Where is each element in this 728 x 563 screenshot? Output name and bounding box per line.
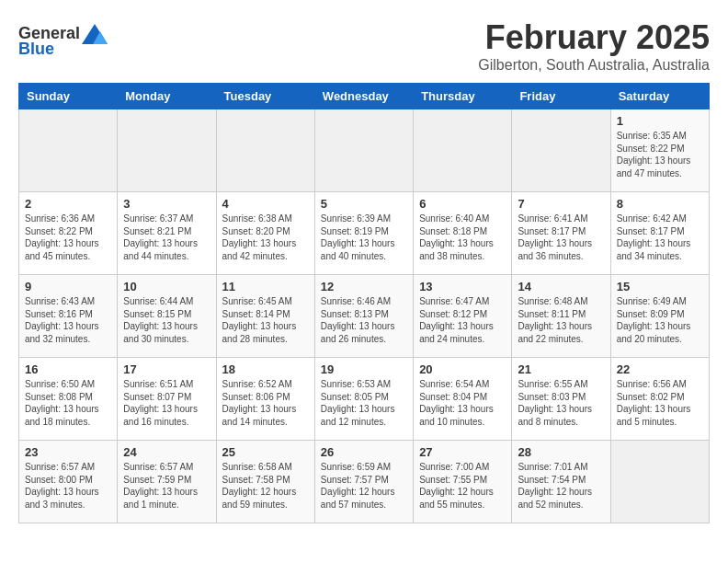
calendar-cell: 2Sunrise: 6:36 AM Sunset: 8:22 PM Daylig…	[19, 192, 118, 275]
calendar-cell: 8Sunrise: 6:42 AM Sunset: 8:17 PM Daylig…	[610, 192, 709, 275]
calendar-table: SundayMondayTuesdayWednesdayThursdayFrid…	[18, 83, 710, 523]
day-number: 10	[123, 280, 210, 293]
day-number: 23	[25, 445, 111, 459]
day-number: 24	[123, 445, 210, 459]
day-number: 20	[419, 362, 506, 376]
day-info: Sunrise: 6:46 AM Sunset: 8:13 PM Dayligh…	[321, 295, 407, 345]
weekday-header-sunday: Sunday	[19, 84, 118, 109]
calendar-cell: 23Sunrise: 6:57 AM Sunset: 8:00 PM Dayli…	[19, 441, 118, 523]
day-number: 21	[518, 362, 604, 376]
calendar-cell: 21Sunrise: 6:55 AM Sunset: 8:03 PM Dayli…	[512, 358, 610, 441]
calendar-cell: 16Sunrise: 6:50 AM Sunset: 8:08 PM Dayli…	[19, 358, 118, 441]
day-number: 4	[222, 197, 309, 211]
calendar-subtitle: Gilberton, South Australia, Australia	[478, 57, 710, 74]
calendar-cell: 17Sunrise: 6:51 AM Sunset: 8:07 PM Dayli…	[118, 358, 216, 441]
calendar-cell: 6Sunrise: 6:40 AM Sunset: 8:18 PM Daylig…	[414, 192, 512, 275]
calendar-cell: 20Sunrise: 6:54 AM Sunset: 8:04 PM Dayli…	[414, 358, 512, 441]
day-info: Sunrise: 6:52 AM Sunset: 8:06 PM Dayligh…	[222, 378, 309, 428]
day-info: Sunrise: 6:44 AM Sunset: 8:15 PM Dayligh…	[123, 295, 210, 345]
calendar-cell: 14Sunrise: 6:48 AM Sunset: 8:11 PM Dayli…	[512, 275, 610, 358]
week-row-2: 2Sunrise: 6:36 AM Sunset: 8:22 PM Daylig…	[19, 192, 710, 275]
day-number: 7	[518, 197, 604, 211]
day-info: Sunrise: 6:37 AM Sunset: 8:21 PM Dayligh…	[123, 213, 210, 262]
week-row-1: 1Sunrise: 6:35 AM Sunset: 8:22 PM Daylig…	[19, 109, 710, 192]
day-number: 14	[518, 280, 604, 293]
weekday-header-saturday: Saturday	[610, 84, 709, 109]
day-info: Sunrise: 7:01 AM Sunset: 7:54 PM Dayligh…	[518, 461, 604, 511]
day-info: Sunrise: 6:41 AM Sunset: 8:17 PM Dayligh…	[518, 213, 604, 262]
calendar-cell	[314, 109, 413, 192]
day-info: Sunrise: 6:57 AM Sunset: 8:00 PM Dayligh…	[25, 461, 111, 511]
day-number: 25	[222, 445, 309, 459]
day-number: 8	[617, 197, 703, 211]
day-info: Sunrise: 6:51 AM Sunset: 8:07 PM Dayligh…	[123, 378, 210, 428]
calendar-cell: 28Sunrise: 7:01 AM Sunset: 7:54 PM Dayli…	[512, 441, 610, 523]
day-info: Sunrise: 6:56 AM Sunset: 8:02 PM Dayligh…	[617, 378, 703, 428]
day-info: Sunrise: 6:50 AM Sunset: 8:08 PM Dayligh…	[25, 378, 111, 428]
calendar-cell: 25Sunrise: 6:58 AM Sunset: 7:58 PM Dayli…	[216, 441, 314, 523]
week-row-5: 23Sunrise: 6:57 AM Sunset: 8:00 PM Dayli…	[19, 441, 710, 523]
calendar-cell: 5Sunrise: 6:39 AM Sunset: 8:19 PM Daylig…	[314, 192, 413, 275]
day-info: Sunrise: 6:42 AM Sunset: 8:17 PM Dayligh…	[617, 213, 703, 262]
calendar-cell: 11Sunrise: 6:45 AM Sunset: 8:14 PM Dayli…	[216, 275, 314, 358]
calendar-cell: 26Sunrise: 6:59 AM Sunset: 7:57 PM Dayli…	[314, 441, 413, 523]
calendar-cell	[19, 109, 118, 192]
day-info: Sunrise: 6:39 AM Sunset: 8:19 PM Dayligh…	[321, 213, 407, 262]
calendar-cell: 18Sunrise: 6:52 AM Sunset: 8:06 PM Dayli…	[216, 358, 314, 441]
day-number: 12	[321, 280, 407, 293]
calendar-cell: 7Sunrise: 6:41 AM Sunset: 8:17 PM Daylig…	[512, 192, 610, 275]
day-info: Sunrise: 6:48 AM Sunset: 8:11 PM Dayligh…	[518, 295, 604, 345]
calendar-cell	[118, 109, 216, 192]
day-info: Sunrise: 6:36 AM Sunset: 8:22 PM Dayligh…	[25, 213, 111, 262]
day-info: Sunrise: 6:57 AM Sunset: 7:59 PM Dayligh…	[123, 461, 210, 511]
day-number: 6	[419, 197, 506, 211]
day-number: 22	[617, 362, 703, 376]
day-info: Sunrise: 6:59 AM Sunset: 7:57 PM Dayligh…	[321, 461, 407, 511]
day-number: 5	[321, 197, 407, 211]
day-number: 18	[222, 362, 309, 376]
calendar-cell	[414, 109, 512, 192]
day-number: 11	[222, 280, 309, 293]
weekday-header-tuesday: Tuesday	[216, 84, 314, 109]
day-number: 9	[25, 280, 111, 293]
week-row-4: 16Sunrise: 6:50 AM Sunset: 8:08 PM Dayli…	[19, 358, 710, 441]
day-info: Sunrise: 6:40 AM Sunset: 8:18 PM Dayligh…	[419, 213, 506, 262]
weekday-header-friday: Friday	[512, 84, 610, 109]
day-number: 28	[518, 445, 604, 459]
title-section: February 2025 Gilberton, South Australia…	[478, 18, 710, 74]
day-info: Sunrise: 6:35 AM Sunset: 8:22 PM Dayligh…	[617, 130, 703, 179]
logo: General Blue	[18, 24, 108, 59]
day-info: Sunrise: 6:54 AM Sunset: 8:04 PM Dayligh…	[419, 378, 506, 428]
day-number: 19	[321, 362, 407, 376]
day-info: Sunrise: 6:45 AM Sunset: 8:14 PM Dayligh…	[222, 295, 309, 345]
day-number: 27	[419, 445, 506, 459]
calendar-cell: 12Sunrise: 6:46 AM Sunset: 8:13 PM Dayli…	[314, 275, 413, 358]
day-info: Sunrise: 6:43 AM Sunset: 8:16 PM Dayligh…	[25, 295, 111, 345]
calendar-cell: 1Sunrise: 6:35 AM Sunset: 8:22 PM Daylig…	[610, 109, 709, 192]
calendar-cell: 19Sunrise: 6:53 AM Sunset: 8:05 PM Dayli…	[314, 358, 413, 441]
calendar-cell: 15Sunrise: 6:49 AM Sunset: 8:09 PM Dayli…	[610, 275, 709, 358]
day-number: 17	[123, 362, 210, 376]
calendar-cell: 3Sunrise: 6:37 AM Sunset: 8:21 PM Daylig…	[118, 192, 216, 275]
day-number: 16	[25, 362, 111, 376]
week-row-3: 9Sunrise: 6:43 AM Sunset: 8:16 PM Daylig…	[19, 275, 710, 358]
calendar-cell: 22Sunrise: 6:56 AM Sunset: 8:02 PM Dayli…	[610, 358, 709, 441]
calendar-cell: 4Sunrise: 6:38 AM Sunset: 8:20 PM Daylig…	[216, 192, 314, 275]
calendar-cell: 10Sunrise: 6:44 AM Sunset: 8:15 PM Dayli…	[118, 275, 216, 358]
calendar-cell	[216, 109, 314, 192]
day-info: Sunrise: 6:53 AM Sunset: 8:05 PM Dayligh…	[321, 378, 407, 428]
calendar-cell: 9Sunrise: 6:43 AM Sunset: 8:16 PM Daylig…	[19, 275, 118, 358]
weekday-header-wednesday: Wednesday	[314, 84, 413, 109]
day-number: 3	[123, 197, 210, 211]
weekday-header-monday: Monday	[118, 84, 216, 109]
day-number: 1	[617, 114, 703, 128]
calendar-cell: 24Sunrise: 6:57 AM Sunset: 7:59 PM Dayli…	[118, 441, 216, 523]
day-info: Sunrise: 7:00 AM Sunset: 7:55 PM Dayligh…	[419, 461, 506, 511]
calendar-cell	[610, 441, 709, 523]
day-info: Sunrise: 6:55 AM Sunset: 8:03 PM Dayligh…	[518, 378, 604, 428]
day-info: Sunrise: 6:58 AM Sunset: 7:58 PM Dayligh…	[222, 461, 309, 511]
calendar-cell: 13Sunrise: 6:47 AM Sunset: 8:12 PM Dayli…	[414, 275, 512, 358]
day-number: 26	[321, 445, 407, 459]
calendar-title: February 2025	[478, 18, 710, 57]
day-number: 2	[25, 197, 111, 211]
